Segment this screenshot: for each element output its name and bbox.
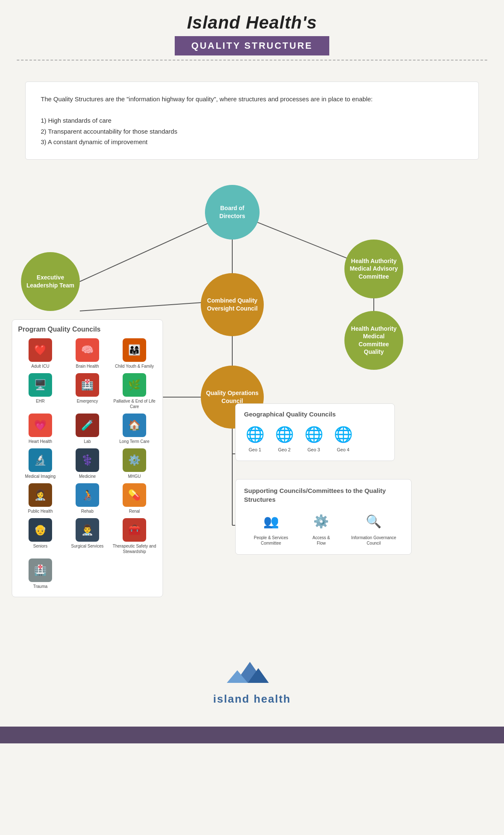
pqc-item: 🌿 Palliative & End of Life Care <box>112 373 157 409</box>
support-label: Information Governance Council <box>345 535 403 546</box>
intro-items: 1) High standards of care2) Transparent … <box>41 115 463 148</box>
geo-title: Geographical Quality Councils <box>244 411 386 418</box>
intro-item: 2) Transparent accountability for those … <box>41 126 463 137</box>
pqc-icon: 🧠 <box>76 338 99 362</box>
svg-line-3 <box>80 303 202 311</box>
support-icon: 👥 <box>259 510 283 533</box>
intro-text: The Quality Structures are the "informat… <box>41 94 463 105</box>
pqc-label: MHGU <box>128 474 141 479</box>
support-items: 👥 People & Services Committee ⚙️ Access … <box>244 510 403 546</box>
pqc-item: 🧑‍🦽 Rehab <box>65 483 110 514</box>
support-item: 👥 People & Services Committee <box>244 510 298 546</box>
node-exec: Executive Leadership Team <box>21 252 80 311</box>
pqc-label: Heart Health <box>29 439 52 444</box>
node-combined: Combined Quality Oversight Council <box>201 273 264 336</box>
pqc-icon: 🔬 <box>29 448 52 472</box>
pqc-label: Emergency <box>77 398 98 404</box>
pqc-item: 🏥 Trauma <box>18 558 63 589</box>
geo-item: 🌐 Geo 2 <box>273 424 295 452</box>
node-hamac: Health Authority Medical Advisory Commit… <box>344 240 403 298</box>
footer-bar <box>0 727 504 743</box>
pqc-label: Adult ICU <box>32 364 50 369</box>
pqc-item: 🔬 Medical Imaging <box>18 448 63 479</box>
pqc-item: ⚕️ Medicine <box>65 448 110 479</box>
geo-label: Geo 4 <box>337 447 349 452</box>
pqc-icon: 💗 <box>29 414 52 437</box>
pqc-icon: 🧰 <box>123 518 146 542</box>
pqc-label: Medicine <box>79 474 96 479</box>
pqc-icon: ❤️ <box>29 338 52 362</box>
geo-label: Geo 3 <box>307 447 320 452</box>
intro-item: 3) A constant dynamic of improvement <box>41 137 463 148</box>
node-board: Board of Directors <box>205 185 260 240</box>
pqc-label: Public Health <box>28 508 53 514</box>
pqc-item: 🏠 Long Term Care <box>112 414 157 444</box>
pqc-item: 💗 Heart Health <box>18 414 63 444</box>
pqc-label: Seniors <box>33 543 47 549</box>
pqc-icon: 🧪 <box>76 414 99 437</box>
geo-items: 🌐 Geo 1 🌐 Geo 2 🌐 Geo 3 🌐 Geo 4 <box>244 424 386 452</box>
pqc-label: Palliative & End of Life Care <box>112 398 157 409</box>
pqc-item: 🧰 Therapeutic Safety and Stewardship <box>112 518 157 554</box>
pqc-label: Trauma <box>33 584 47 589</box>
geo-item: 🌐 Geo 4 <box>332 424 354 452</box>
support-icon: ⚙️ <box>310 510 333 533</box>
pqc-item: 🏥 Emergency <box>65 373 110 409</box>
geo-label: Geo 1 <box>249 447 261 452</box>
geo-item: 🌐 Geo 1 <box>244 424 266 452</box>
node-hamqc: Health Authority Medical Committee Quali… <box>344 311 403 370</box>
pqc-label: Child Youth & Family <box>115 364 154 369</box>
footer: island health <box>0 639 504 718</box>
support-box: Supporting Councils/Committees to the Qu… <box>235 479 412 555</box>
intro-section: The Quality Structures are the "informat… <box>25 82 479 160</box>
pqc-label: Renal <box>129 508 140 514</box>
pqc-icon: 👨‍👩‍👧 <box>123 338 146 362</box>
pqc-label: Surgical Services <box>71 543 103 549</box>
pqc-icon: 🏠 <box>123 414 146 437</box>
pqc-item: 👩‍⚕️ Public Health <box>18 483 63 514</box>
pqc-item: 👨‍👩‍👧 Child Youth & Family <box>112 338 157 369</box>
pqc-label: EHR <box>36 398 45 404</box>
pqc-item: 👴 Seniors <box>18 518 63 554</box>
pqc-item: ❤️ Adult ICU <box>18 338 63 369</box>
pqc-item: 🖥️ EHR <box>18 373 63 409</box>
pqc-title: Program Quality Councils <box>18 326 157 333</box>
logo-text: island health <box>213 693 291 706</box>
pqc-item: 👨‍⚕️ Surgical Services <box>65 518 110 554</box>
pqc-item: 🧠 Brain Health <box>65 338 110 369</box>
geo-icon: 🌐 <box>303 424 325 445</box>
pqc-icon: 👨‍⚕️ <box>76 518 99 542</box>
pqc-icon: 💊 <box>123 483 146 507</box>
main-title: Island Health's <box>0 13 504 33</box>
geo-icon: 🌐 <box>244 424 266 445</box>
pqc-icon: 👴 <box>29 518 52 542</box>
pqc-label: Rehab <box>81 508 93 514</box>
pqc-icon: 🏥 <box>29 558 52 582</box>
geo-icon: 🌐 <box>332 424 354 445</box>
subtitle-banner: QUALITY STRUCTURE <box>175 36 330 55</box>
support-title: Supporting Councils/Committees to the Qu… <box>244 486 403 504</box>
intro-item: 1) High standards of care <box>41 115 463 126</box>
org-chart: Board of Directors Executive Leadership … <box>0 168 504 630</box>
pqc-item: ⚙️ MHGU <box>112 448 157 479</box>
pqc-item: 💊 Renal <box>112 483 157 514</box>
pqc-label: Brain Health <box>76 364 99 369</box>
pqc-label: Therapeutic Safety and Stewardship <box>112 543 157 554</box>
pqc-label: Long Term Care <box>119 439 150 444</box>
support-item: ⚙️ Access & Flow <box>308 510 334 546</box>
geo-item: 🌐 Geo 3 <box>303 424 325 452</box>
pqc-icon: 🧑‍🦽 <box>76 483 99 507</box>
support-icon: 🔍 <box>362 510 386 533</box>
pqc-item: 🧪 Lab <box>65 414 110 444</box>
support-item: 🔍 Information Governance Council <box>345 510 403 546</box>
pqc-icon: 🖥️ <box>29 373 52 397</box>
dashed-divider <box>17 60 487 61</box>
support-label: People & Services Committee <box>244 535 298 546</box>
pqc-label: Medical Imaging <box>25 474 56 479</box>
geo-icon: 🌐 <box>273 424 295 445</box>
support-label: Access & Flow <box>308 535 334 546</box>
pqc-grid: ❤️ Adult ICU 🧠 Brain Health 👨‍👩‍👧 Child … <box>18 338 157 589</box>
logo-mountains <box>227 656 277 691</box>
pqc-icon: 🌿 <box>123 373 146 397</box>
pqc-icon: ⚕️ <box>76 448 99 472</box>
